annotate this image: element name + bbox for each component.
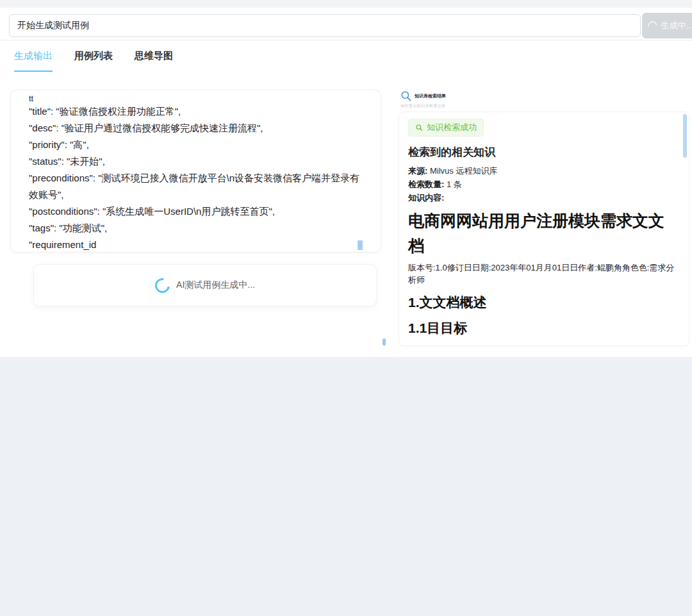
search-icon xyxy=(400,90,412,102)
prompt-toolbar: 生成中... xyxy=(0,8,692,40)
knowledge-source: 来源: Milvus 远程知识库 xyxy=(408,164,680,178)
knowledge-content-label: 知识内容: xyxy=(408,191,680,204)
top-strip xyxy=(0,0,692,8)
loading-text: AI测试用例生成中... xyxy=(176,279,255,291)
case-management-section: 用例管理 + 新增用例 项目名称 请选择项目 需求名称 请选择需求名称 搜索 重… xyxy=(0,357,692,616)
generate-button-label: 生成中... xyxy=(661,20,692,31)
tab-case-list[interactable]: 用例列表 xyxy=(74,50,113,72)
json-line: "postconditions": "系统生成唯一UserID\n用户跳转至首页… xyxy=(29,203,363,220)
document-paragraph: 定义电商平台用用户注册流程的功能需求、业务规则及技术约束,确保用用户 xyxy=(408,345,680,346)
document-heading-2: 1.1目目标 xyxy=(408,319,680,337)
knowledge-panel-scrollbar[interactable] xyxy=(683,114,687,158)
generation-output-panel: tt "title": "验证微信授权注册功能正常", "desc": "验证用… xyxy=(10,90,381,253)
knowledge-result-panel: 知识检索成功 检索到的相关知识 来源: Milvus 远程知识库 检索数量: 1… xyxy=(399,112,689,346)
spinner-icon xyxy=(646,19,659,33)
count-value: 1 条 xyxy=(444,179,461,189)
tab-generation-output[interactable]: 生成输出 xyxy=(14,50,53,72)
tab-bar: 生成输出 用例列表 思维导图 xyxy=(0,50,692,72)
knowledge-panel-title: 知识库检索结果 xyxy=(415,93,446,99)
source-value: Milvus 远程知识库 xyxy=(427,166,497,176)
content-label: 知识内容: xyxy=(408,193,444,203)
document-title: 电商网网站用用户注册模块需求文文档 xyxy=(408,208,680,258)
typing-cursor xyxy=(358,240,363,250)
knowledge-panel-subtitle: 实时显示知识库检索过程 xyxy=(400,103,592,109)
prompt-input[interactable] xyxy=(9,14,641,37)
json-line-text: "requirement_id xyxy=(29,237,96,253)
knowledge-panel-header: 知识库检索结果 实时显示知识库检索过程 xyxy=(400,90,592,109)
json-line: "priority": "高", xyxy=(29,137,363,153)
json-line: "desc": "验证用户通过微信授权能够完成快速注册流程", xyxy=(29,120,363,137)
search-icon xyxy=(415,124,423,131)
json-line: "title": "验证微信授权注册功能正常", xyxy=(29,103,363,120)
status-badge: 知识检索成功 xyxy=(408,119,484,137)
generate-button[interactable]: 生成中... xyxy=(642,13,692,38)
document-meta: 版本号:1.0修订日日期:2023年年01月月01日日作者:鲲鹏角角色色:需求分… xyxy=(408,262,680,286)
count-label: 检索数量: xyxy=(408,179,444,189)
loading-spinner-icon xyxy=(152,275,173,296)
json-line: "tags": "功能测试", xyxy=(29,220,363,237)
knowledge-section-title: 检索到的相关知识 xyxy=(408,145,680,160)
status-badge-label: 知识检索成功 xyxy=(427,122,477,133)
json-line: "status": "未开始", xyxy=(29,153,363,170)
generation-loading-card: AI测试用例生成中... xyxy=(33,264,377,306)
knowledge-count: 检索数量: 1 条 xyxy=(408,178,680,191)
document-heading-1: 1.文文档概述 xyxy=(408,294,680,312)
left-panel-scrollbar[interactable] xyxy=(383,338,386,345)
source-label: 来源: xyxy=(408,166,427,176)
json-line: "requirement_id xyxy=(29,237,363,253)
tab-mind-map[interactable]: 思维导图 xyxy=(135,50,173,72)
json-line: tt xyxy=(29,94,363,103)
json-line: "preconditions": "测试环境已接入微信开放平台\n设备安装微信客… xyxy=(29,170,363,203)
